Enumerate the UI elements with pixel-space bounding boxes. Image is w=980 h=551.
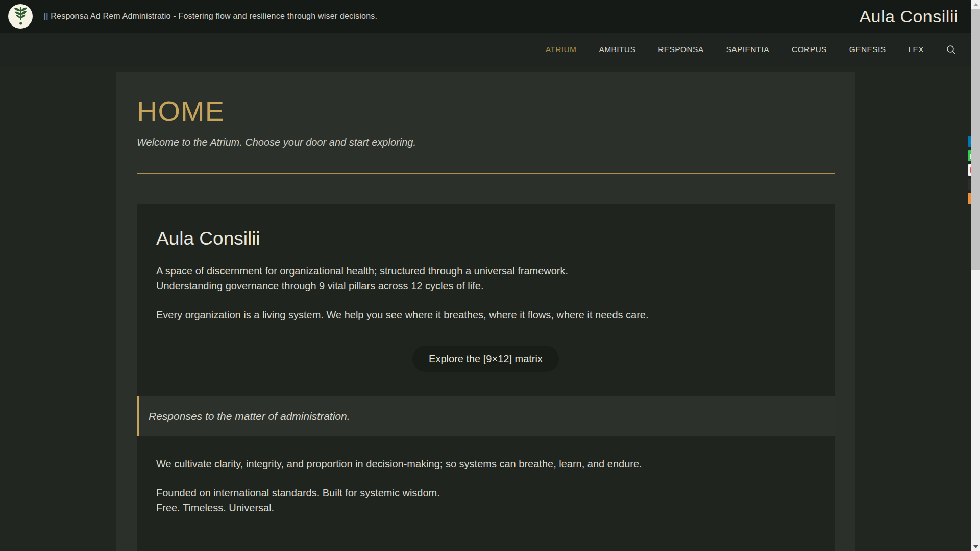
explore-matrix-button[interactable]: Explore the [9×12] matrix: [412, 346, 559, 372]
scrollbar-up-arrow[interactable]: [971, 0, 980, 9]
card-paragraph-3: We cultivate clarity, integrity, and pro…: [137, 457, 835, 471]
olive-branch-icon: [12, 6, 29, 27]
nav-item-ambitus[interactable]: AMBITUS: [599, 45, 635, 54]
gold-divider: [137, 173, 835, 174]
scrollbar-down-arrow[interactable]: [971, 542, 980, 551]
scrollbar-thumb[interactable]: [971, 9, 980, 270]
card-heading: Aula Consilii: [137, 228, 835, 249]
button-row: Explore the [9×12] matrix: [137, 346, 835, 372]
vertical-scrollbar[interactable]: [971, 0, 980, 551]
top-bar: || Responsa Ad Rem Administratio - Foste…: [0, 0, 971, 33]
site-logo[interactable]: [8, 4, 33, 29]
main-nav: ATRIUM AMBITUS RESPONSA SAPIENTIA CORPUS…: [0, 33, 971, 66]
nav-item-corpus[interactable]: CORPUS: [792, 45, 827, 54]
intro-card: Aula Consilii A space of discernment for…: [137, 204, 835, 551]
nav-item-sapientia[interactable]: SAPIENTIA: [726, 45, 769, 54]
card-paragraph-4-line-1: Founded on international standards. Buil…: [156, 487, 440, 498]
page-title: HOME: [137, 94, 835, 128]
page-subtitle: Welcome to the Atrium. Choose your door …: [137, 137, 835, 148]
card-paragraph-2: Every organization is a living system. W…: [137, 308, 835, 322]
search-icon[interactable]: [946, 45, 956, 55]
card-paragraph-4-line-2: Free. Timeless. Universal.: [156, 502, 274, 513]
admin-quote: Responses to the matter of administratio…: [137, 396, 835, 436]
card-paragraph-4: Founded on international standards. Buil…: [137, 486, 835, 515]
page: || Responsa Ad Rem Administratio - Foste…: [0, 0, 971, 551]
card-paragraph-1: A space of discernment for organizationa…: [137, 264, 835, 293]
card-paragraph-1-line-2: Understanding governance through 9 vital…: [156, 280, 483, 291]
card-paragraph-1-line-1: A space of discernment for organizationa…: [156, 265, 568, 277]
nav-item-responsa[interactable]: RESPONSA: [658, 45, 703, 54]
nav-item-atrium[interactable]: ATRIUM: [546, 45, 577, 54]
site-tagline: || Responsa Ad Rem Administratio - Foste…: [44, 12, 377, 21]
site-title: Aula Consilii: [859, 7, 958, 27]
content-container: HOME Welcome to the Atrium. Choose your …: [116, 72, 855, 551]
nav-item-lex[interactable]: LEX: [909, 45, 924, 54]
nav-item-genesis[interactable]: GENESIS: [849, 45, 886, 54]
